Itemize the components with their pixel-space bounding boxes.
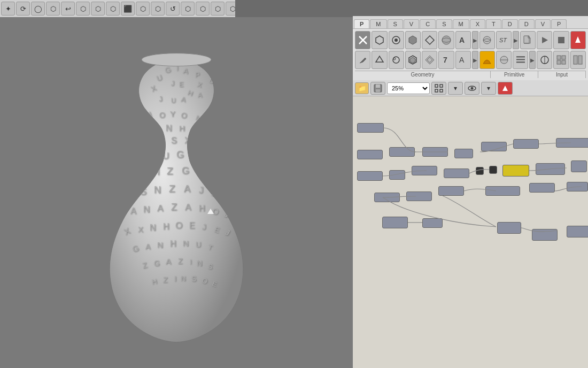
tb-btn-1[interactable]: ✦ — [1, 2, 15, 16]
tab-m[interactable]: M — [370, 19, 386, 28]
close-icon-btn[interactable] — [355, 31, 370, 49]
tab-t[interactable]: T — [486, 19, 501, 28]
svg-rect-140 — [562, 60, 566, 64]
node-13[interactable] — [476, 167, 484, 175]
tb-btn-11[interactable]: ⬡ — [151, 2, 165, 16]
tab-p[interactable]: P — [354, 19, 369, 28]
input-block-btn[interactable] — [570, 51, 586, 69]
node-12[interactable] — [444, 168, 469, 178]
node-25[interactable] — [422, 218, 443, 228]
svg-text:H: H — [207, 116, 213, 125]
node-17[interactable] — [571, 160, 587, 172]
tb-btn-13[interactable]: ⬡ — [181, 2, 195, 16]
sphere-icon-btn[interactable] — [438, 31, 454, 49]
input-circle-btn[interactable] — [537, 51, 552, 69]
node-20[interactable] — [438, 186, 464, 196]
node-15[interactable] — [502, 165, 529, 177]
node-22[interactable] — [529, 183, 555, 193]
geo-expand-2[interactable]: ▶ — [472, 51, 478, 69]
tb-btn-2[interactable]: ⟳ — [16, 2, 30, 16]
text-icon-btn[interactable]: A — [455, 31, 471, 49]
mesh-icon-btn[interactable] — [405, 31, 421, 49]
tb-btn-6[interactable]: ⬡ — [76, 2, 90, 16]
tab-d[interactable]: D — [502, 19, 518, 28]
eye-btn[interactable] — [465, 82, 479, 95]
tb-btn-16[interactable]: ⬡ — [226, 2, 235, 16]
number-7-btn[interactable]: 7 — [438, 51, 454, 69]
zoom-select[interactable]: 25% 50% 75% 100% 150% 200% — [387, 82, 430, 94]
tab-d2[interactable]: D — [519, 19, 535, 28]
node-9[interactable] — [357, 171, 383, 181]
tb-btn-12[interactable]: ↺ — [166, 2, 180, 16]
geo-circle2-btn[interactable] — [389, 51, 404, 69]
node-3[interactable] — [389, 147, 415, 157]
node-6[interactable] — [481, 142, 507, 151]
node-23[interactable] — [567, 182, 588, 191]
tab-s[interactable]: S — [388, 19, 403, 28]
prim-expand-2[interactable]: ▶ — [529, 51, 536, 69]
tb-btn-15[interactable]: ⬡ — [211, 2, 225, 16]
node-24[interactable] — [382, 217, 408, 228]
hexagon-icon-btn[interactable] — [372, 31, 387, 49]
node-26[interactable] — [497, 222, 521, 234]
diamond-icon-btn[interactable] — [422, 31, 437, 49]
node-16[interactable] — [536, 163, 565, 175]
svg-text:E: E — [179, 80, 184, 88]
node-11[interactable] — [412, 166, 437, 175]
geometry-expand-btn[interactable]: ▶ — [472, 31, 478, 49]
geo-diamond2-btn[interactable] — [422, 51, 437, 69]
folder-btn[interactable]: 📁 — [355, 82, 369, 94]
tb-btn-3[interactable]: ◯ — [31, 2, 45, 16]
primitive-expand-btn[interactable]: ▶ — [513, 31, 519, 49]
node-graph[interactable] — [353, 96, 588, 368]
geo-pen-btn[interactable] — [355, 51, 370, 69]
node-5[interactable] — [454, 149, 473, 158]
tab-v[interactable]: V — [404, 19, 419, 28]
tb-btn-14[interactable]: ⬡ — [196, 2, 210, 16]
node-27[interactable] — [532, 229, 558, 241]
prim-lines-btn[interactable] — [513, 51, 528, 69]
node-1[interactable] — [357, 123, 384, 133]
tb-btn-9[interactable]: ⬛ — [121, 2, 135, 16]
tab-s2[interactable]: S — [436, 19, 452, 28]
node-14[interactable] — [489, 166, 497, 174]
prim-sphere-btn[interactable] — [479, 31, 495, 49]
prim-subdivide-btn[interactable] — [496, 51, 512, 69]
tb-btn-5[interactable]: ↩ — [61, 2, 75, 16]
input-stop-btn[interactable] — [553, 31, 569, 49]
input-play-btn[interactable] — [537, 31, 552, 49]
tab-x[interactable]: X — [470, 19, 485, 28]
input-grid-btn[interactable] — [553, 51, 569, 69]
prim-material-btn[interactable] — [479, 51, 495, 69]
node-28[interactable] — [567, 226, 588, 237]
tab-c[interactable]: C — [420, 19, 436, 28]
save-btn[interactable] — [370, 82, 385, 95]
tab-v2[interactable]: V — [535, 19, 551, 28]
input-file-btn[interactable] — [520, 31, 536, 49]
circle-icon-btn[interactable] — [389, 31, 404, 49]
tb-btn-8[interactable]: ⬡ — [106, 2, 120, 16]
brush-btn[interactable] — [498, 82, 513, 95]
node-7[interactable] — [513, 139, 539, 149]
prim-box-btn[interactable]: ST — [496, 31, 512, 49]
node-2[interactable] — [357, 150, 383, 159]
node-10[interactable] — [389, 170, 405, 180]
tab-m2[interactable]: M — [453, 19, 469, 28]
svg-text:N: N — [154, 185, 161, 195]
node-8[interactable] — [556, 138, 588, 148]
tb-btn-10[interactable]: ⬡ — [136, 2, 150, 16]
view-dropdown-btn[interactable]: ▾ — [448, 82, 463, 95]
node-4[interactable] — [422, 147, 448, 157]
node-18[interactable] — [374, 193, 400, 202]
tb-btn-4[interactable]: ⬡ — [46, 2, 60, 16]
fit-view-btn[interactable] — [431, 82, 446, 95]
letter-a-btn[interactable]: A — [455, 51, 471, 69]
node-21[interactable] — [485, 186, 520, 196]
node-19[interactable] — [406, 191, 432, 201]
paint-accent-btn[interactable] — [570, 31, 586, 49]
geo-triangle-btn[interactable] — [372, 51, 387, 69]
eye-dropdown-btn[interactable]: ▾ — [481, 82, 496, 95]
geo-hex2-btn[interactable] — [405, 51, 421, 69]
tb-btn-7[interactable]: ⬡ — [91, 2, 105, 16]
tab-p2[interactable]: P — [551, 19, 567, 28]
